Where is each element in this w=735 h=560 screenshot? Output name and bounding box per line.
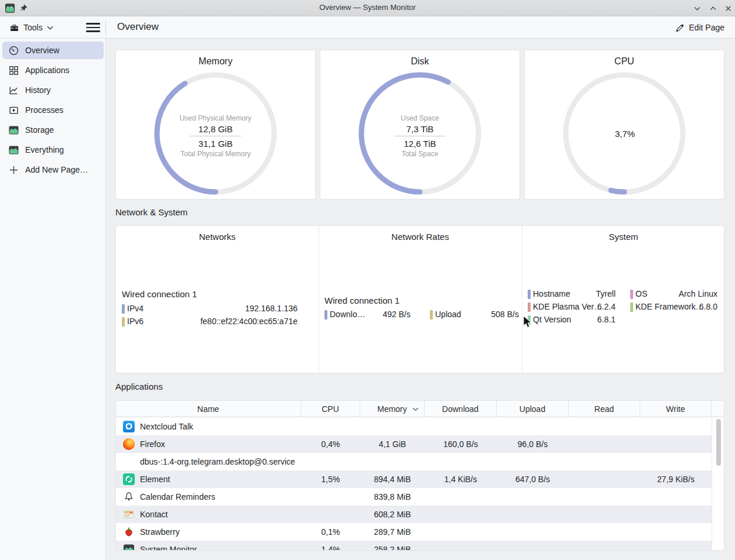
sensor-label: Hostname [533,289,570,298]
sensor-value: 492 B/s [370,310,411,319]
app-name: dbus-:1.4-org.telegram.desktop@0.service [140,457,295,466]
pencil-icon [675,23,684,32]
upload-cell: 647,0 B/s [497,470,569,488]
column-header-read[interactable]: Read [569,401,640,417]
sidebar: Overview Applications History Proc [0,39,106,560]
disk-card: Disk Used Space 7,3 TiB 12,6 TiB Total S… [320,50,520,200]
column-header-cpu[interactable]: CPU [301,401,360,417]
cpu-usage-value: 3,7% [525,129,725,139]
disk-total-value: 12,6 TiB [355,138,484,149]
titlebar[interactable]: Overview — System Monitor [0,0,735,16]
disk-used-value: 7,3 TiB [355,123,484,135]
memory-gauge-readout: Used Physical Memory 12,8 GiB 31,1 GiB T… [151,114,280,159]
sidebar-item-label: Storage [25,125,54,135]
memory-card-title: Memory [116,56,315,67]
memory-used-label: Used Physical Memory [151,114,280,123]
column-header-write[interactable]: Write [640,401,712,417]
sensor-row-hostname: Hostname Tyrell [528,289,616,300]
table-row[interactable]: System Monitor 1,4% 258,2 MiB [116,541,712,551]
applications-table-card: Name CPU Memory Download Upload Read Wri… [115,400,724,551]
table-row[interactable]: Kontact 608,2 MiB [116,506,712,523]
column-header-name[interactable]: Name [116,401,301,417]
sensor-value: 6.2.4 [592,302,616,311]
sensor-value: 6.8.1 [592,315,616,324]
edit-page-button[interactable]: Edit Page [670,19,729,36]
table-scrollbar-thumb[interactable] [716,419,721,466]
table-row[interactable]: Nextcloud Talk [116,418,712,435]
memory-card: Memory Used Physical Memory 12,8 GiB 31,… [115,50,316,200]
table-scrollbar-track[interactable] [712,418,724,551]
table-row[interactable]: Element 1,5% 894,4 MiB 1,4 KiB/s 647,0 B… [116,470,712,488]
table-row[interactable]: Strawberry 0,1% 289,7 MiB [116,523,712,541]
network-rates-panel-title: Network Rates [319,232,522,242]
disk-gauge-readout: Used Space 7,3 TiB 12,6 TiB Total Space [355,114,484,159]
page-title: Overview [117,21,159,33]
memory-cell: 258,2 MiB [360,541,425,551]
column-header-upload[interactable]: Upload [497,401,569,417]
app-name: Strawberry [140,527,180,537]
memory-cell [360,453,425,470]
column-header-memory[interactable]: Memory [360,401,425,417]
app-name: Firefox [140,439,165,449]
play-box-icon [8,105,19,116]
sidebar-item-label: Add New Page… [25,165,88,174]
table-row[interactable]: Firefox 0,4% 4,1 GiB 160,0 B/s 96,0 B/s [116,435,712,453]
app-name: Nextcloud Talk [140,422,193,431]
column-header-download[interactable]: Download [425,401,497,417]
window-maximize-button[interactable] [707,3,719,13]
applications-section-title: Applications [115,382,163,391]
strawberry-icon [123,526,135,538]
app-name: Element [140,475,170,484]
upload-cell: 96,0 B/s [497,435,569,453]
sensor-row-download: Downlo… 492 B/s [324,310,411,320]
sidebar-item-overview[interactable]: Overview [2,42,104,59]
sort-indicator-icon [412,407,419,411]
element-icon [123,473,135,485]
memory-cell: 839,8 MiB [360,488,425,506]
table-row[interactable]: dbus-:1.4-org.telegram.desktop@0.service [116,453,712,470]
cpu-cell: 1,5% [301,470,360,488]
table-row[interactable]: Calendar Reminders 839,8 MiB [116,488,712,506]
sidebar-item-label: Overview [25,46,59,55]
fraction-divider [394,136,446,136]
tools-menu-button[interactable]: Tools [5,19,58,36]
sensor-label: OS [635,289,647,298]
sensor-swatch [122,317,125,327]
bell-icon [123,491,135,503]
cpu-card-title: CPU [525,56,724,67]
system-panel-title: System [522,232,725,242]
memory-cell: 608,2 MiB [360,506,425,523]
sensor-row-ipv4: IPv4 192.168.1.136 [122,304,298,314]
sidebar-item-applications[interactable]: Applications [2,61,104,79]
system-monitor-icon [123,544,135,551]
system-monitor-window: Overview — System Monitor Tools [0,0,735,560]
window-minimize-icon [693,5,701,12]
window-close-button[interactable] [722,3,734,13]
sidebar-item-label: History [25,85,51,95]
sensor-swatch [430,310,433,319]
sidebar-item-add-new-page[interactable]: Add New Page… [2,161,104,178]
cpu-cell: 1,4% [301,541,360,551]
sidebar-item-storage[interactable]: Storage [2,121,104,139]
download-cell: 160,0 B/s [425,435,497,453]
nextcloud-talk-icon [123,421,135,432]
app-name: System Monitor [140,545,197,551]
tools-label: Tools [23,23,43,32]
chevron-down-icon [47,26,53,30]
sensor-swatch [528,303,531,312]
network-system-section-title: Network & System [115,207,187,217]
sidebar-item-everything[interactable]: Everything [2,141,104,159]
sidebar-menu-button[interactable] [85,20,101,35]
panel-separator [319,226,319,373]
firefox-icon [123,438,135,450]
disk-used-label: Used Space [355,114,484,123]
sensor-row-frameworks-version: KDE Framework… 6.8.0 [630,302,717,312]
sidebar-item-history[interactable]: History [2,81,104,99]
sensor-swatch [630,303,633,312]
sensor-row-plasma-version: KDE Plasma Ver… 6.2.4 [528,302,616,312]
window-minimize-button[interactable] [691,3,703,13]
networks-group-label: Wired connection 1 [122,289,197,299]
sidebar-item-processes[interactable]: Processes [2,101,104,119]
sensor-value: Tyrell [580,289,616,298]
sidebar-item-label: Applications [25,66,70,75]
